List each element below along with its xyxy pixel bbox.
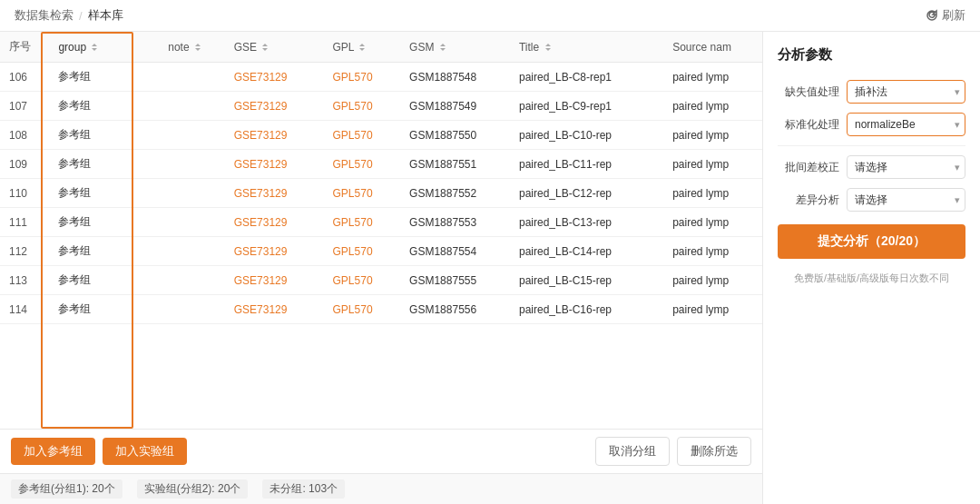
cell-gse[interactable]: GSE73129 bbox=[225, 92, 324, 121]
table-area: 序号 group note bbox=[0, 32, 762, 504]
table-row[interactable]: 110 参考组 GSE73129 GPL570 GSM1887552 paire… bbox=[0, 179, 762, 208]
cell-source: paired lymp bbox=[663, 295, 762, 324]
table-row[interactable]: 108 参考组 GSE73129 GPL570 GSM1887550 paire… bbox=[0, 121, 762, 150]
breadcrumb-separator: / bbox=[79, 9, 83, 23]
param-select-normalize[interactable]: normalizeBe bbox=[847, 113, 965, 136]
cell-gse[interactable]: GSE73129 bbox=[225, 121, 324, 150]
cell-gpl[interactable]: GPL570 bbox=[324, 63, 401, 92]
cell-note bbox=[159, 92, 225, 121]
exp-group-stat: 实验组(分组2): 20个 bbox=[137, 479, 249, 499]
col-header-note[interactable]: note bbox=[159, 32, 225, 63]
cell-note bbox=[159, 237, 225, 266]
cell-title: paired_LB-C16-rep bbox=[510, 295, 663, 324]
param-label-normalize: 标准化处理 bbox=[778, 117, 839, 133]
col-header-group[interactable]: group bbox=[49, 32, 159, 63]
cancel-group-button[interactable]: 取消分组 bbox=[595, 437, 670, 466]
param-select-wrapper-diff: 请选择 bbox=[847, 188, 965, 212]
breadcrumb-link[interactable]: 数据集检索 bbox=[15, 7, 74, 24]
remove-selected-button[interactable]: 删除所选 bbox=[677, 437, 751, 466]
cell-num: 112 bbox=[0, 237, 49, 266]
param-select-missing[interactable]: 插补法 bbox=[847, 80, 965, 104]
cell-gse[interactable]: GSE73129 bbox=[225, 237, 324, 266]
cell-gse[interactable]: GSE73129 bbox=[225, 295, 324, 324]
cell-num: 113 bbox=[0, 266, 49, 295]
cell-num: 106 bbox=[0, 63, 49, 92]
table-row[interactable]: 112 参考组 GSE73129 GPL570 GSM1887554 paire… bbox=[0, 237, 762, 266]
submit-analysis-button[interactable]: 提交分析（20/20） bbox=[778, 224, 965, 259]
param-row-batch: 批间差校正 请选择 bbox=[778, 155, 965, 179]
panel-note: 免费版/基础版/高级版每日次数不同 bbox=[778, 272, 965, 285]
cell-note bbox=[159, 295, 225, 324]
param-label-batch: 批间差校正 bbox=[778, 160, 839, 175]
cell-title: paired_LB-C15-rep bbox=[510, 266, 663, 295]
col-header-title[interactable]: Title bbox=[510, 32, 663, 63]
cell-gpl[interactable]: GPL570 bbox=[324, 208, 401, 237]
add-ref-group-button[interactable]: 加入参考组 bbox=[11, 438, 95, 465]
cell-gsm: GSM1887548 bbox=[400, 63, 510, 92]
table-row[interactable]: 113 参考组 GSE73129 GPL570 GSM1887555 paire… bbox=[0, 266, 762, 295]
cell-note bbox=[159, 208, 225, 237]
sort-icon-group bbox=[91, 43, 98, 52]
ref-group-stat: 参考组(分组1): 20个 bbox=[11, 479, 122, 499]
add-exp-group-button[interactable]: 加入实验组 bbox=[103, 438, 187, 465]
cell-gpl[interactable]: GPL570 bbox=[324, 237, 401, 266]
cell-gse[interactable]: GSE73129 bbox=[225, 150, 324, 179]
cell-group: 参考组 bbox=[49, 266, 159, 295]
cell-gsm: GSM1887555 bbox=[400, 266, 510, 295]
param-select-wrapper-missing: 插补法 bbox=[847, 80, 965, 104]
cell-title: paired_LB-C11-rep bbox=[510, 150, 663, 179]
cell-gse[interactable]: GSE73129 bbox=[225, 208, 324, 237]
cell-source: paired lymp bbox=[663, 92, 762, 121]
cell-group: 参考组 bbox=[49, 295, 159, 324]
cell-gse[interactable]: GSE73129 bbox=[225, 63, 324, 92]
table-row[interactable]: 114 参考组 GSE73129 GPL570 GSM1887556 paire… bbox=[0, 295, 762, 324]
cell-note bbox=[159, 179, 225, 208]
cell-group: 参考组 bbox=[49, 208, 159, 237]
cell-gpl[interactable]: GPL570 bbox=[324, 179, 401, 208]
table-row[interactable]: 109 参考组 GSE73129 GPL570 GSM1887551 paire… bbox=[0, 150, 762, 179]
table-row[interactable]: 107 参考组 GSE73129 GPL570 GSM1887549 paire… bbox=[0, 92, 762, 121]
param-select-diff[interactable]: 请选择 bbox=[847, 188, 965, 212]
cell-num: 111 bbox=[0, 208, 49, 237]
cell-title: paired_LB-C14-rep bbox=[510, 237, 663, 266]
cell-source: paired lymp bbox=[663, 266, 762, 295]
refresh-button[interactable]: 刷新 bbox=[926, 7, 965, 24]
cell-gsm: GSM1887556 bbox=[400, 295, 510, 324]
param-select-wrapper-normalize: normalizeBe bbox=[847, 113, 965, 136]
col-header-num: 序号 bbox=[0, 32, 49, 63]
cell-group: 参考组 bbox=[49, 92, 159, 121]
col-header-gsm[interactable]: GSM bbox=[400, 32, 510, 63]
table-wrapper[interactable]: 序号 group note bbox=[0, 32, 762, 429]
cell-gpl[interactable]: GPL570 bbox=[324, 295, 401, 324]
cell-title: paired_LB-C12-rep bbox=[510, 179, 663, 208]
param-row-missing: 缺失值处理 插补法 bbox=[778, 80, 965, 104]
header: 数据集检索 / 样本库 刷新 bbox=[0, 0, 980, 32]
col-header-gse[interactable]: GSE bbox=[225, 32, 324, 63]
cell-group: 参考组 bbox=[49, 121, 159, 150]
cell-gpl[interactable]: GPL570 bbox=[324, 92, 401, 121]
cell-gpl[interactable]: GPL570 bbox=[324, 266, 401, 295]
app-container: 数据集检索 / 样本库 刷新 序号 bbox=[0, 0, 980, 504]
param-label-missing: 缺失值处理 bbox=[778, 84, 839, 100]
cell-gse[interactable]: GSE73129 bbox=[225, 179, 324, 208]
table-row[interactable]: 111 参考组 GSE73129 GPL570 GSM1887553 paire… bbox=[0, 208, 762, 237]
cell-gpl[interactable]: GPL570 bbox=[324, 121, 401, 150]
breadcrumb: 数据集检索 / 样本库 bbox=[15, 7, 123, 24]
cell-group: 参考组 bbox=[49, 237, 159, 266]
cell-num: 107 bbox=[0, 92, 49, 121]
breadcrumb-current: 样本库 bbox=[88, 7, 123, 24]
cell-group: 参考组 bbox=[49, 179, 159, 208]
bottom-action-bar: 加入参考组 加入实验组 取消分组 删除所选 bbox=[0, 429, 762, 473]
cell-num: 110 bbox=[0, 179, 49, 208]
cell-num: 114 bbox=[0, 295, 49, 324]
sort-icon-gpl bbox=[358, 43, 366, 52]
cell-gse[interactable]: GSE73129 bbox=[225, 266, 324, 295]
sort-icon-title bbox=[544, 43, 552, 52]
param-select-batch[interactable]: 请选择 bbox=[847, 155, 965, 179]
col-header-gpl[interactable]: GPL bbox=[324, 32, 401, 63]
table-row[interactable]: 106 参考组 GSE73129 GPL570 GSM1887548 paire… bbox=[0, 63, 762, 92]
cell-source: paired lymp bbox=[663, 208, 762, 237]
col-header-source[interactable]: Source nam bbox=[663, 32, 762, 63]
cell-gsm: GSM1887551 bbox=[400, 150, 510, 179]
cell-gpl[interactable]: GPL570 bbox=[324, 150, 401, 179]
